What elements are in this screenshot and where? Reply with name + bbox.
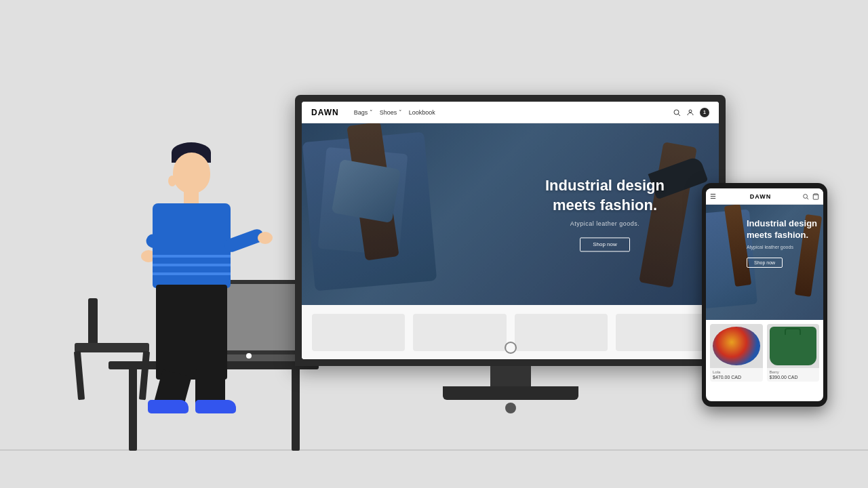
- scroll-indicator: [505, 342, 517, 354]
- svg-point-3: [804, 194, 808, 198]
- tablet-product-berry-name: Berry: [770, 370, 817, 374]
- store-products-row: [302, 305, 719, 359]
- tablet-product-lola[interactable]: Lola $470.00 CAD: [710, 324, 763, 382]
- nav-bags[interactable]: Bags ˅: [354, 109, 373, 116]
- person-pants: [156, 285, 227, 380]
- person-ear: [168, 176, 176, 186]
- tablet-products: Lola $470.00 CAD Berry $390.00 CAD: [706, 320, 823, 386]
- tablet-hero-title: Industrial designmeets fashion.: [747, 218, 817, 241]
- person-hand-right: [258, 232, 273, 244]
- tablet-product-lola-image: [710, 324, 763, 368]
- person-torso: [153, 203, 231, 288]
- svg-line-4: [807, 197, 808, 199]
- tablet-store-logo: DAWN: [719, 193, 802, 200]
- store-nav-links: Bags ˅ Shoes ˅ Lookbook: [354, 109, 435, 116]
- cart-icon[interactable]: 1: [700, 108, 709, 117]
- hero-title: Industrial designmeets fashion.: [545, 176, 665, 215]
- monitor-base: [443, 386, 578, 400]
- tablet-hero: Industrial designmeets fashion. Atypical…: [706, 205, 823, 320]
- person-shoe-left: [148, 400, 189, 413]
- chair-seat: [75, 343, 149, 352]
- nav-shoes[interactable]: Shoes ˅: [380, 109, 402, 116]
- tablet-product-berry-image: [767, 324, 820, 368]
- hero-text-block: Industrial designmeets fashion. Atypical…: [545, 176, 665, 251]
- tablet-device: ☰ DAWN Industrial designmeets fashion. A…: [702, 183, 827, 407]
- search-icon[interactable]: [673, 108, 681, 117]
- tablet-screen: ☰ DAWN Industrial designmeets fashion. A…: [706, 188, 823, 401]
- tablet-frame: ☰ DAWN Industrial designmeets fashion. A…: [702, 183, 827, 407]
- tablet-navbar: ☰ DAWN: [706, 188, 823, 205]
- laptop-dot: [246, 353, 252, 359]
- person-shoe-right: [195, 400, 236, 413]
- tablet-product-lola-name: Lola: [713, 370, 760, 374]
- torso-stripe1: [153, 255, 231, 258]
- torso-stripe2: [153, 264, 231, 266]
- svg-line-1: [678, 114, 680, 116]
- monitor-neck: [490, 366, 531, 386]
- hamburger-icon[interactable]: ☰: [710, 192, 716, 200]
- tablet-product-lola-info: Lola $470.00 CAD: [710, 368, 763, 382]
- green-bag-image: [770, 327, 817, 365]
- product-placeholder-1: [312, 314, 405, 351]
- account-icon[interactable]: [686, 108, 694, 117]
- colorful-bag-image: [713, 327, 760, 365]
- tablet-nav-icons: [802, 193, 819, 200]
- desk-leg-left: [129, 368, 137, 451]
- monitor-screen: DAWN Bags ˅ Shoes ˅ Lookbook 1: [302, 102, 719, 359]
- tablet-shop-now-button[interactable]: Shop now: [747, 258, 783, 268]
- store-navbar: DAWN Bags ˅ Shoes ˅ Lookbook 1: [302, 102, 719, 123]
- store-hero: Industrial designmeets fashion. Atypical…: [302, 123, 719, 305]
- green-bag-handle: [785, 328, 801, 335]
- shop-now-button[interactable]: Shop now: [580, 238, 630, 252]
- hero-subtitle: Atypical leather goods.: [545, 221, 665, 228]
- chair-back: [88, 298, 98, 346]
- product-placeholder-2: [413, 314, 506, 351]
- tablet-cart-icon[interactable]: [812, 193, 819, 200]
- svg-point-0: [674, 110, 679, 115]
- nav-lookbook[interactable]: Lookbook: [409, 109, 435, 116]
- tablet-hero-subtitle: Atypical leather goods: [747, 245, 817, 249]
- desktop-monitor: DAWN Bags ˅ Shoes ˅ Lookbook 1: [295, 95, 726, 413]
- svg-point-2: [689, 110, 692, 113]
- monitor-power-indicator: [505, 403, 516, 413]
- product-placeholder-3: [515, 314, 608, 351]
- tablet-product-berry-info: Berry $390.00 CAD: [767, 368, 820, 382]
- monitor-frame: DAWN Bags ˅ Shoes ˅ Lookbook 1: [295, 95, 726, 366]
- tablet-hero-text-block: Industrial designmeets fashion. Atypical…: [747, 218, 817, 268]
- tablet-product-berry[interactable]: Berry $390.00 CAD: [767, 324, 820, 382]
- torso-stripe3: [153, 272, 231, 275]
- store-nav-icons: 1: [673, 108, 709, 117]
- person-head: [173, 152, 210, 193]
- tablet-search-icon[interactable]: [802, 193, 809, 200]
- product-placeholder-4: [616, 314, 709, 351]
- tablet-product-berry-price: $390.00 CAD: [770, 375, 817, 380]
- tablet-product-lola-price: $470.00 CAD: [713, 375, 760, 380]
- store-logo: DAWN: [311, 108, 339, 117]
